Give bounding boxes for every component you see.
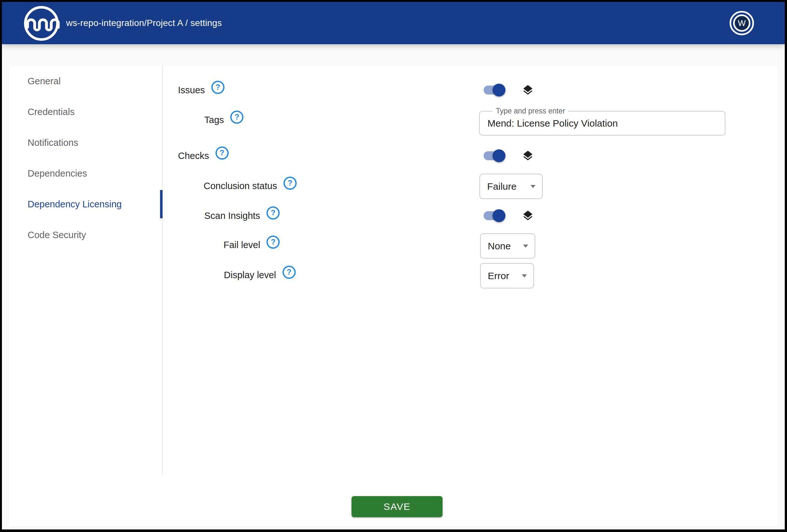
settings-card: General Credentials Notifications Depend… xyxy=(9,66,778,527)
fail-level-select[interactable]: None xyxy=(480,233,535,259)
tags-label-row: Tags ? xyxy=(204,112,243,128)
mend-logo-icon xyxy=(23,5,60,42)
checks-layers-icon[interactable] xyxy=(522,150,534,162)
issues-label: Issues xyxy=(178,85,205,95)
sidebar-item-credentials[interactable]: Credentials xyxy=(9,96,162,127)
display-level-label: Display level xyxy=(224,270,276,281)
user-avatar[interactable]: W xyxy=(729,11,754,35)
sidebar-item-notifications[interactable]: Notifications xyxy=(9,127,162,158)
sidebar-item-dependencies[interactable]: Dependencies xyxy=(9,158,162,189)
scan-insights-label-row: Scan Insights ? xyxy=(204,208,280,223)
tags-help-icon[interactable]: ? xyxy=(230,111,243,124)
scan-insights-toggle[interactable] xyxy=(484,211,506,220)
display-level-help-icon[interactable]: ? xyxy=(282,266,296,279)
sidebar-item-general[interactable]: General xyxy=(9,66,162,96)
issues-label-row: Issues ? xyxy=(178,82,225,98)
sidebar-item-label: Credentials xyxy=(27,107,75,117)
tags-field-label: Type and press enter xyxy=(493,107,568,115)
fail-level-label: Fail level xyxy=(224,240,260,250)
conclusion-status-label-row: Conclusion status ? xyxy=(204,178,297,194)
user-avatar-initial: W xyxy=(733,15,750,32)
issues-help-icon[interactable]: ? xyxy=(211,81,225,94)
display-level-value: Error xyxy=(488,270,509,281)
checks-label-row: Checks ? xyxy=(178,148,229,163)
save-button[interactable]: SAVE xyxy=(352,496,443,517)
breadcrumb[interactable]: ws-repo-integration/Project A / settings xyxy=(66,2,222,44)
sidebar-item-label: Dependency Licensing xyxy=(27,199,122,209)
toggle-thumb xyxy=(493,84,506,96)
fail-level-help-icon[interactable]: ? xyxy=(267,236,280,249)
settings-sidebar: General Credentials Notifications Depend… xyxy=(9,66,163,475)
conclusion-status-help-icon[interactable]: ? xyxy=(283,177,297,190)
toggle-thumb xyxy=(493,209,506,222)
toggle-thumb xyxy=(493,149,506,162)
checks-label: Checks xyxy=(178,151,209,161)
top-navbar: ws-repo-integration/Project A / settings… xyxy=(2,2,785,44)
conclusion-status-label: Conclusion status xyxy=(204,181,277,191)
tags-field: Type and press enter xyxy=(479,111,725,136)
sidebar-item-label: General xyxy=(27,76,61,87)
conclusion-status-select[interactable]: Failure xyxy=(480,174,543,199)
scan-insights-label: Scan Insights xyxy=(204,210,260,221)
sidebar-item-code-security[interactable]: Code Security xyxy=(9,220,162,250)
scan-insights-help-icon[interactable]: ? xyxy=(267,206,280,220)
issues-toggle[interactable] xyxy=(484,86,506,94)
sidebar-item-label: Notifications xyxy=(27,137,78,148)
dropdown-caret-icon xyxy=(530,185,536,188)
dropdown-caret-icon xyxy=(522,274,527,278)
fail-level-label-row: Fail level ? xyxy=(224,237,280,252)
sidebar-item-label: Dependencies xyxy=(27,168,87,179)
sidebar-item-label: Code Security xyxy=(27,230,86,240)
display-level-select[interactable]: Error xyxy=(480,263,534,288)
conclusion-status-value: Failure xyxy=(487,181,517,192)
dropdown-caret-icon xyxy=(523,245,528,248)
active-item-indicator xyxy=(160,190,163,218)
checks-help-icon[interactable]: ? xyxy=(215,147,229,160)
scan-insights-layers-icon[interactable] xyxy=(522,209,534,222)
tags-label: Tags xyxy=(204,115,224,125)
app-window: ws-repo-integration/Project A / settings… xyxy=(2,2,785,529)
issues-layers-icon[interactable] xyxy=(522,84,534,96)
checks-toggle[interactable] xyxy=(484,151,506,160)
display-level-label-row: Display level ? xyxy=(224,267,296,283)
sidebar-item-dependency-licensing[interactable]: Dependency Licensing xyxy=(9,189,162,220)
fail-level-value: None xyxy=(488,241,511,251)
